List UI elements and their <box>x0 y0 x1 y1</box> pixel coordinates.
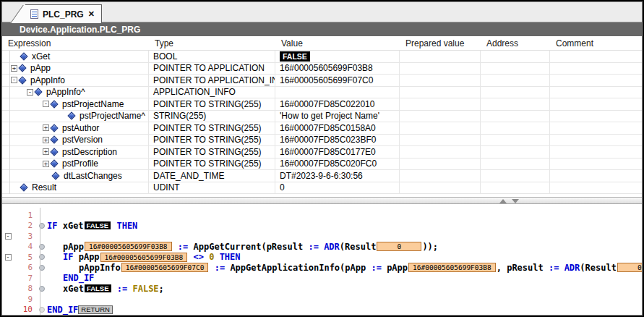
keyword: END_IF <box>63 273 94 283</box>
cell-prepared-value[interactable] <box>400 51 481 62</box>
cell-prepared-value[interactable] <box>400 122 481 134</box>
plc-prg-editor-panel: PLC_PRG ✕ Device.Application.PLC_PRG Exp… <box>1 1 643 316</box>
column-header-prepared-value[interactable]: Prepared value <box>400 36 481 50</box>
variable-icon <box>50 136 58 144</box>
inline-bool-badge[interactable]: FALSE <box>85 221 111 229</box>
inline-value-badge[interactable]: 0 <box>377 242 421 251</box>
watch-row[interactable]: dtLastChangesDATE_AND_TIMEDT#2023-9-6-6:… <box>2 170 642 182</box>
collapse-icon[interactable]: - <box>27 89 33 96</box>
cell-expression: -pstProjectName <box>9 98 149 110</box>
code-text <box>111 221 116 231</box>
split-bar[interactable] <box>2 194 642 208</box>
column-header-comment[interactable]: Comment <box>550 36 642 50</box>
watch-row[interactable]: xGetBOOLFALSE <box>2 51 642 63</box>
cell-value[interactable]: 16#00007FD85C023BF0 <box>275 135 400 146</box>
column-header-address[interactable]: Address <box>481 36 550 50</box>
cell-prepared-value[interactable] <box>400 170 481 182</box>
inline-value-badge[interactable]: 16#00005605699F03B8 <box>100 253 188 262</box>
line-number: 9 <box>14 295 37 304</box>
collapse-up-icon[interactable] <box>499 199 507 203</box>
cell-value[interactable]: 16#00005605699F03B8 <box>275 63 400 75</box>
row-margin <box>2 182 9 194</box>
collapse-icon[interactable]: - <box>11 77 17 83</box>
inline-value-badge[interactable]: 16#00005605699F03B8 <box>85 242 172 251</box>
cell-value[interactable]: 16#00007FD85C0177E0 <box>275 146 400 158</box>
column-header-expression[interactable]: Expression <box>2 36 149 50</box>
tab-title: PLC_PRG <box>43 9 84 20</box>
inline-value-badge[interactable]: 16#00005605699F03B8 <box>408 263 496 272</box>
code-content: IF pApp16#00005605699F03B8 <> 0 THEN <box>47 252 241 262</box>
cell-comment <box>550 51 642 62</box>
expand-icon[interactable]: + <box>43 124 49 131</box>
code-text <box>214 252 219 262</box>
watch-row[interactable]: -pAppInfoPOINTER TO APPLICATION_INFO16#0… <box>2 75 642 87</box>
cell-prepared-value[interactable] <box>400 98 481 110</box>
watch-row[interactable]: +pstAuthorPOINTER TO STRING(255)16#00007… <box>2 122 642 135</box>
expand-icon[interactable]: + <box>43 161 49 167</box>
cell-prepared-value[interactable] <box>400 111 481 122</box>
code-text <box>188 252 193 262</box>
cell-value[interactable] <box>275 87 400 98</box>
cell-prepared-value[interactable] <box>400 135 481 146</box>
code-editor[interactable]: 12IF xGetFALSE THEN-34pApp16#00005605699… <box>2 208 642 315</box>
tab-close-icon[interactable]: ✕ <box>88 10 95 18</box>
cell-value[interactable]: 16#00007FD85C020FC0 <box>275 158 400 170</box>
cell-value[interactable]: 0 <box>275 182 400 194</box>
cell-prepared-value[interactable] <box>400 182 481 194</box>
code-content: IF xGetFALSE THEN <box>47 221 137 231</box>
cell-type: POINTER TO STRING(255) <box>149 135 275 146</box>
column-header-value[interactable]: Value <box>275 36 400 50</box>
variable-icon <box>20 52 27 60</box>
watch-row[interactable]: +pstVersionPOINTER TO STRING(255)16#0000… <box>2 135 642 147</box>
row-margin <box>2 146 9 158</box>
cell-prepared-value[interactable] <box>400 158 481 170</box>
watch-row[interactable]: pstProjectName^STRING(255)'How to get Pr… <box>2 111 642 123</box>
watch-row[interactable]: ResultUDINT0 <box>2 182 642 195</box>
cell-prepared-value[interactable] <box>400 87 481 98</box>
cell-expression: pstProjectName^ <box>9 111 149 122</box>
line-number: 7 <box>14 274 37 283</box>
watch-row[interactable]: +pstProfilePOINTER TO STRING(255)16#0000… <box>2 158 642 171</box>
cell-value[interactable]: FALSE <box>275 51 400 62</box>
code-line: 1 <box>2 210 642 221</box>
split-band[interactable] <box>2 198 642 204</box>
line-number: 6 <box>14 263 37 272</box>
fold-collapse-icon[interactable]: - <box>5 233 12 240</box>
watch-row[interactable]: -pAppInfo^APPLICATION_INFO <box>2 87 642 99</box>
expand-icon[interactable]: + <box>43 148 49 155</box>
code-line: 7END_IF <box>2 273 642 284</box>
cell-prepared-value[interactable] <box>400 146 481 158</box>
variable-icon <box>18 64 26 72</box>
cell-value[interactable]: DT#2023-9-6-6:30:56 <box>275 170 400 182</box>
watch-row[interactable]: +pstDescriptionPOINTER TO STRING(255)16#… <box>2 146 642 158</box>
variable-icon <box>51 172 59 179</box>
expand-down-icon[interactable] <box>512 199 519 203</box>
cell-comment <box>550 122 642 134</box>
code-text <box>127 284 132 294</box>
inline-value-badge[interactable]: 16#00005605699F07C0 <box>121 263 209 272</box>
expand-icon[interactable]: + <box>11 65 17 72</box>
code-text: ; <box>159 284 164 294</box>
cell-value[interactable]: 'How to get Project Name' <box>275 111 400 122</box>
tab-plc-prg[interactable]: PLC_PRG ✕ <box>25 4 102 23</box>
cell-value[interactable]: 16#00007FD85C022010 <box>275 98 400 110</box>
code-line: 2IF xGetFALSE THEN <box>2 221 642 232</box>
row-margin <box>2 75 9 86</box>
row-margin <box>2 122 9 134</box>
expression-label: pstProfile <box>62 158 98 169</box>
column-header-type[interactable]: Type <box>149 36 275 50</box>
watch-row[interactable]: +pAppPOINTER TO APPLICATION16#0000560569… <box>2 63 642 75</box>
cell-type: BOOL <box>149 51 275 62</box>
cell-prepared-value[interactable] <box>400 75 481 86</box>
code-line: -3 <box>2 231 642 242</box>
expand-icon[interactable]: + <box>43 137 49 143</box>
watch-row[interactable]: -pstProjectNamePOINTER TO STRING(255)16#… <box>2 98 642 111</box>
collapse-icon[interactable]: - <box>43 101 49 107</box>
cell-value[interactable]: 16#00005605699F07C0 <box>275 75 400 86</box>
code-line: 8xGetFALSE := FALSE; <box>2 284 642 295</box>
cell-value[interactable]: 16#00007FD85C0158A0 <box>275 122 400 134</box>
fold-collapse-icon[interactable]: - <box>5 254 12 261</box>
cell-prepared-value[interactable] <box>400 63 481 75</box>
inline-bool-badge[interactable]: FALSE <box>85 284 111 292</box>
inline-value-badge[interactable]: 0 <box>617 263 642 272</box>
